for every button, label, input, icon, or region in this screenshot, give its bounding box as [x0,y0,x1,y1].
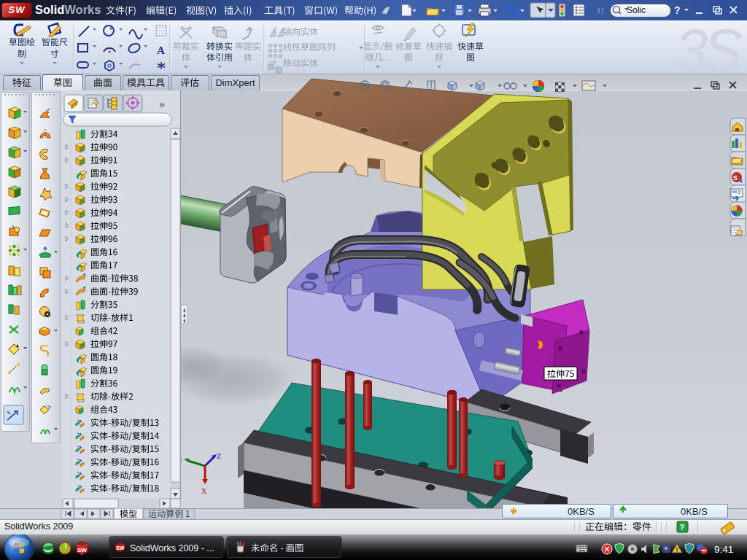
svg-text:SW: SW [116,545,125,551]
svg-text:?: ? [680,523,685,532]
svg-text:»: » [93,537,98,548]
svg-text:9:41: 9:41 [714,544,733,555]
svg-text:?: ? [674,4,681,16]
svg-text:SolidWorks 2009 - ...: SolidWorks 2009 - ... [130,543,214,553]
svg-text:S: S [733,174,738,182]
svg-text:»: » [159,98,165,110]
svg-text:!: ! [676,546,678,553]
svg-text:SW: SW [77,547,87,553]
svg-text:X: X [201,487,207,495]
svg-text:0KB/S: 0KB/S [681,506,708,517]
svg-text:A: A [157,44,165,56]
svg-text:Z: Z [217,452,221,460]
svg-text:0KB/S: 0KB/S [568,506,595,517]
svg-text:Y: Y [181,457,182,465]
